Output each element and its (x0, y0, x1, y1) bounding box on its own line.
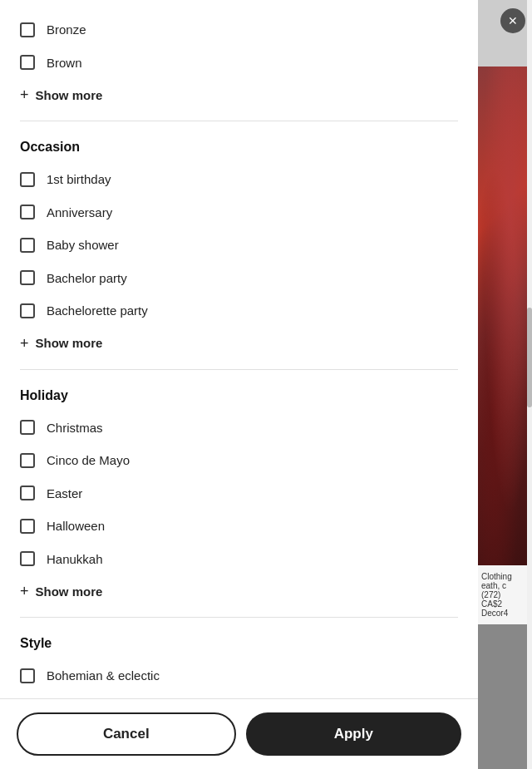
label-bachelor-party: Bachelor party (47, 270, 127, 287)
show-more-colors-label: Show more (36, 88, 103, 102)
label-hanukkah: Hanukkah (47, 551, 103, 568)
checkbox-brown[interactable] (20, 55, 35, 70)
label-bachelorette-party: Bachelorette party (47, 303, 148, 319)
checkbox-cinco-de-mayo[interactable] (20, 453, 35, 468)
checkbox-row-bohemian-eclectic[interactable]: Bohemian & eclectic (20, 659, 458, 693)
checkbox-row-cinco-de-mayo[interactable]: Cinco de Mayo (20, 444, 458, 477)
holiday-title: Holiday (20, 373, 458, 412)
checkbox-row-bachelor-party[interactable]: Bachelor party (20, 262, 458, 295)
color-section: Bronze Brown + Show more (20, 0, 458, 117)
label-halloween: Halloween (47, 518, 105, 535)
checkbox-row-easter[interactable]: Easter (20, 477, 458, 510)
show-more-holiday-label: Show more (36, 584, 103, 599)
label-cinco-de-mayo: Cinco de Mayo (47, 452, 130, 469)
occasion-section: Occasion 1st birthday Anniversary Baby s… (20, 125, 458, 366)
style-title: Style (20, 621, 458, 659)
close-button[interactable]: ✕ (500, 8, 525, 33)
checkbox-row-hanukkah[interactable]: Hanukkah (20, 543, 458, 576)
plus-icon-colors: + (20, 87, 29, 102)
plus-icon-occasion: + (20, 336, 29, 351)
label-bronze: Bronze (47, 22, 86, 38)
apply-button[interactable]: Apply (246, 712, 462, 756)
checkbox-bohemian-eclectic[interactable] (20, 668, 35, 683)
occasion-title: Occasion (20, 125, 458, 163)
checkbox-row-baby-shower[interactable]: Baby shower (20, 229, 458, 262)
checkbox-row-coastal-tropical[interactable]: Coastal & tropical (20, 693, 458, 699)
checkbox-easter[interactable] (20, 486, 35, 500)
divider-3 (20, 617, 458, 618)
checkbox-row-anniversary[interactable]: Anniversary (20, 196, 458, 229)
divider-1 (20, 121, 458, 121)
checkbox-1st-birthday[interactable] (20, 172, 35, 187)
label-1st-birthday: 1st birthday (47, 171, 111, 188)
style-section: Style Bohemian & eclectic Coastal & trop… (20, 621, 458, 698)
checkbox-row-halloween[interactable]: Halloween (20, 510, 458, 543)
checkbox-halloween[interactable] (20, 519, 35, 534)
label-baby-shower: Baby shower (47, 237, 119, 254)
checkbox-row-1st-birthday[interactable]: 1st birthday (20, 163, 458, 196)
background-image (478, 67, 532, 565)
checkbox-row-christmas[interactable]: Christmas (20, 412, 458, 445)
checkbox-bachelorette-party[interactable] (20, 303, 35, 318)
checkbox-row-brown[interactable]: Brown (20, 47, 458, 80)
partial-label-4: CA$2 (481, 599, 529, 609)
label-bohemian-eclectic: Bohemian & eclectic (47, 668, 160, 684)
checkbox-bronze[interactable] (20, 22, 35, 37)
plus-icon-holiday: + (20, 584, 29, 599)
checkbox-christmas[interactable] (20, 420, 35, 435)
show-more-colors[interactable]: + Show more (20, 79, 458, 117)
filter-scroll[interactable]: Bronze Brown + Show more Occasion 1st bi… (0, 0, 478, 698)
show-more-occasion[interactable]: + Show more (20, 328, 458, 366)
checkbox-bachelor-party[interactable] (20, 270, 35, 285)
right-panel-top: ✕ (478, 0, 532, 67)
show-more-occasion-label: Show more (36, 336, 103, 350)
filter-panel: Bronze Brown + Show more Occasion 1st bi… (0, 0, 478, 769)
background-text-partial: Clothing eath, c (272) CA$2 Decor4 (478, 565, 532, 624)
divider-2 (20, 369, 458, 370)
partial-label-5: Decor4 (481, 609, 529, 618)
scrollbar-thumb[interactable] (527, 308, 532, 407)
checkbox-baby-shower[interactable] (20, 238, 35, 253)
label-christmas: Christmas (47, 420, 103, 436)
label-anniversary: Anniversary (47, 205, 112, 221)
holiday-section: Holiday Christmas Cinco de Mayo Easter H… (20, 373, 458, 614)
checkbox-anniversary[interactable] (20, 205, 35, 219)
cancel-button[interactable]: Cancel (17, 712, 236, 756)
label-easter: Easter (47, 486, 82, 502)
partial-label-1: Clothing (481, 572, 529, 581)
label-brown: Brown (47, 55, 82, 71)
partial-label-3: (272) (481, 590, 529, 599)
partial-label-2: eath, c (481, 581, 529, 590)
close-icon: ✕ (508, 14, 518, 27)
checkbox-hanukkah[interactable] (20, 551, 35, 566)
footer-buttons: Cancel Apply (0, 698, 478, 769)
scrollbar-track (527, 0, 532, 769)
checkbox-row-bachelorette-party[interactable]: Bachelorette party (20, 294, 458, 328)
checkbox-row-bronze[interactable]: Bronze (20, 13, 458, 47)
show-more-holiday[interactable]: + Show more (20, 575, 458, 614)
right-panel-background: ✕ Clothing eath, c (272) CA$2 Decor4 (478, 0, 532, 769)
